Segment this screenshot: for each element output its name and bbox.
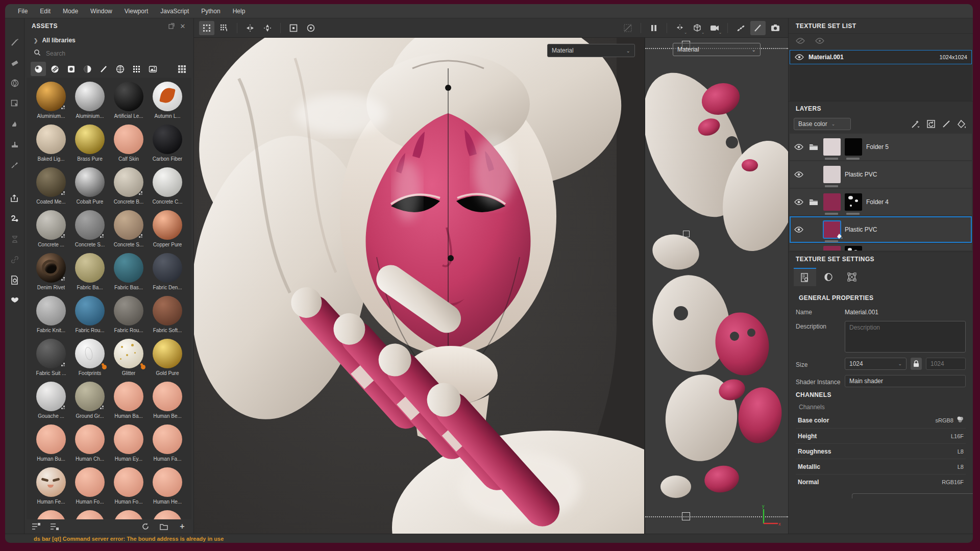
material-item[interactable]: Ground Gr...	[70, 382, 109, 424]
material-item[interactable]: Fabric Den...	[148, 253, 187, 296]
history-tool-icon[interactable]	[8, 233, 21, 246]
perspective-cube-icon[interactable]: ⌄	[690, 21, 705, 35]
material-item[interactable]: Concrete S...	[70, 210, 109, 253]
material-item[interactable]: Aluminium...	[70, 82, 109, 124]
material-item[interactable]: Carbon Fiber	[148, 124, 187, 167]
material-item[interactable]: Human Bu...	[32, 424, 70, 467]
add-icon[interactable]: +	[177, 521, 187, 532]
material-item[interactable]: Fabric Ba...	[70, 253, 109, 296]
material-item[interactable]: Human Ba...	[109, 382, 148, 424]
mask-thumbnail[interactable]	[845, 138, 862, 156]
chevron-right-icon[interactable]: ❯	[34, 38, 38, 43]
paint-tool-icon[interactable]	[8, 36, 21, 49]
material-item[interactable]: Baked Lig...	[32, 124, 70, 167]
shader-instance-value[interactable]: Main shader	[845, 375, 966, 387]
list-compact-icon[interactable]	[49, 521, 59, 532]
frame-center-icon[interactable]	[286, 21, 301, 35]
texture-set-item[interactable]: Material.001 1024x1024	[790, 50, 972, 64]
material-item[interactable]	[32, 510, 70, 519]
shader-mode-dropdown-3d[interactable]: Material ⌄	[547, 44, 635, 57]
layer-thumbnail[interactable]	[823, 221, 841, 238]
mesh-maps-tab[interactable]	[841, 268, 863, 286]
textures-filter-icon[interactable]	[129, 62, 144, 76]
layer-row-partial[interactable]	[790, 244, 972, 251]
material-item[interactable]: Fabric Soft...	[148, 296, 187, 339]
channel-row[interactable]: NormalRGB16F	[796, 474, 966, 489]
material-item[interactable]: Brass Pure	[70, 124, 109, 167]
material-item[interactable]: Fabric Rou...	[109, 296, 148, 339]
environments-filter-icon[interactable]	[145, 62, 160, 76]
channel-row[interactable]: MetallicL8	[796, 459, 966, 474]
eraser-tool-icon[interactable]	[8, 56, 21, 69]
search-input[interactable]	[45, 49, 147, 58]
geometry-decal-tool-icon[interactable]	[8, 212, 21, 226]
description-input[interactable]	[845, 321, 966, 353]
layer-thumbnail[interactable]	[823, 166, 841, 183]
material-item[interactable]: Cobalt Pure	[70, 167, 109, 210]
material-item[interactable]: Fabric Bas...	[109, 253, 148, 296]
color-swatch-icon[interactable]	[957, 416, 964, 425]
material-item[interactable]	[70, 510, 109, 519]
uv-frame-handle[interactable]	[683, 231, 690, 237]
camera-capture-icon[interactable]	[768, 21, 783, 35]
material-item[interactable]: Aluminium...	[32, 82, 70, 124]
material-item[interactable]: Autumn L...	[148, 82, 187, 124]
material-item[interactable]: Human Fe...	[32, 467, 70, 510]
close-panel-icon[interactable]: ✕	[177, 20, 188, 32]
eye-icon[interactable]	[794, 171, 804, 178]
polygon-fill-tool-icon[interactable]	[8, 97, 21, 110]
hide-ui-icon[interactable]	[620, 21, 635, 35]
shader-mode-dropdown-2d[interactable]: Material ⌄	[673, 43, 761, 56]
symmetry-icon[interactable]: ⌄	[672, 21, 688, 35]
mirror-vertical-icon[interactable]	[260, 21, 275, 35]
material-item[interactable]: Footprints	[70, 339, 109, 382]
material-item[interactable]: Human Ey...	[109, 424, 148, 467]
layer-thumbnail[interactable]	[823, 138, 841, 156]
menu-python[interactable]: Python	[195, 6, 226, 17]
channel-row[interactable]: RoughnessL8	[796, 443, 966, 459]
size-lock-button[interactable]	[911, 358, 922, 370]
smudge-tool-icon[interactable]	[8, 117, 21, 131]
materials-filter-icon[interactable]	[31, 62, 46, 76]
folder-icon[interactable]	[808, 198, 819, 206]
fill-bucket-icon[interactable]	[955, 118, 968, 130]
material-item[interactable]: Concrete C...	[148, 167, 187, 210]
undock-panel-icon[interactable]	[166, 20, 177, 32]
eye-single-icon[interactable]	[815, 37, 824, 46]
size-dropdown[interactable]: 1024 ⌄	[845, 358, 906, 370]
eye-icon[interactable]	[794, 199, 804, 205]
viewport-3d[interactable]: Material ⌄ y x z	[194, 38, 645, 534]
material-item[interactable]: Human Be...	[148, 382, 187, 424]
general-settings-tab[interactable]	[794, 268, 816, 286]
layer-thumbnail[interactable]	[823, 193, 841, 211]
material-item[interactable]: Human Ch...	[70, 424, 109, 467]
projection-tool-icon[interactable]	[8, 77, 21, 90]
smart-masks-filter-icon[interactable]	[63, 62, 79, 76]
layer-row[interactable]: Plastic PVC	[790, 161, 972, 188]
shelf-tool-icon[interactable]	[8, 294, 21, 307]
material-item[interactable]	[109, 510, 148, 519]
menu-javascript[interactable]: JavaScript	[155, 6, 194, 17]
channel-row[interactable]: Base colorsRGB8	[796, 413, 966, 428]
material-item[interactable]: Denim Rivet	[32, 253, 70, 296]
new-folder-icon[interactable]	[159, 521, 169, 532]
camera-view-icon[interactable]: ⌄	[707, 21, 722, 35]
material-item[interactable]: Coated Me...	[32, 167, 70, 210]
material-item[interactable]: Copper Pure	[148, 210, 187, 253]
resources-updater-tool-icon[interactable]	[8, 273, 21, 287]
grid-lazy-mouse-icon[interactable]	[216, 21, 232, 35]
material-picker-tool-icon[interactable]	[8, 158, 21, 171]
menu-edit[interactable]: Edit	[34, 6, 56, 17]
uv-tile-handle-bottom[interactable]	[682, 512, 690, 520]
channel-filter-dropdown[interactable]: Base color ⌄	[794, 118, 851, 130]
material-item[interactable]: Human Fo...	[70, 467, 109, 510]
mask-thumbnail[interactable]	[845, 193, 862, 211]
material-item[interactable]: Glitter	[109, 339, 148, 382]
material-item[interactable]: Gouache ...	[32, 382, 70, 424]
grid-view-icon[interactable]	[174, 62, 189, 76]
filters-filter-icon[interactable]	[80, 62, 95, 76]
eye-icon[interactable]	[794, 54, 804, 60]
eye-icon[interactable]	[794, 144, 804, 150]
paint-grid-icon[interactable]	[199, 21, 214, 35]
material-item[interactable]: Human Fo...	[109, 467, 148, 510]
